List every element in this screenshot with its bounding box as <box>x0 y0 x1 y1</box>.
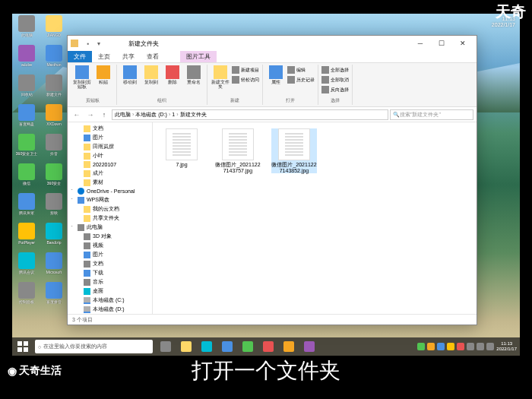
qat-btn[interactable]: ▪ <box>84 39 93 48</box>
desktop-icon[interactable]: 百度网盘 <box>14 104 40 133</box>
ribbon-button-small[interactable]: 轻松访问 <box>232 75 259 84</box>
nav-expand-icon[interactable]: ˅ <box>71 198 75 203</box>
ribbon-button[interactable]: 复制到剪贴板 <box>72 65 92 97</box>
desktop-icon[interactable]: 腾讯会议 <box>14 252 40 281</box>
taskbar-app-app5[interactable] <box>299 337 319 356</box>
close-button[interactable]: ✕ <box>452 36 473 50</box>
tab-file[interactable]: 文件 <box>68 51 92 62</box>
tray-icon-t4[interactable] <box>447 343 454 350</box>
nav-item[interactable]: 本地磁盘 (C:) <box>69 296 150 305</box>
desktop-icon[interactable]: 360安全 <box>41 163 67 192</box>
nav-up-button[interactable]: ↑ <box>98 109 110 121</box>
file-item[interactable]: 7.jpg <box>159 128 204 168</box>
desktop-icon[interactable]: Microsoft <box>41 252 67 281</box>
file-list-pane[interactable]: 7.jpg微信图片_20211227143757.jpg微信图片_2021122… <box>153 122 477 314</box>
taskbar-app-app2[interactable] <box>238 337 258 356</box>
taskbar-app-app4[interactable] <box>279 337 299 356</box>
nav-expand-icon[interactable]: ˅ <box>71 188 75 194</box>
desktop-icon[interactable]: adobe <box>14 45 40 74</box>
ribbon-button[interactable]: 移动到 <box>120 65 140 97</box>
tray-icon-t3[interactable] <box>437 343 445 350</box>
desktop-icon[interactable]: Maxthon <box>41 45 67 74</box>
title-bar[interactable]: ▪ ▾ 新建文件夹 ─ ☐ ✕ <box>68 36 477 51</box>
nav-back-button[interactable]: ← <box>71 109 83 121</box>
nav-item[interactable]: 20220107 <box>69 160 150 169</box>
breadcrumb-segment[interactable]: 1 <box>172 112 175 117</box>
ribbon-button[interactable]: 重命名 <box>184 65 204 97</box>
ribbon-button[interactable]: 属性 <box>266 65 286 97</box>
nav-item[interactable]: 桌面 <box>69 287 150 296</box>
desktop-icon[interactable]: 抖音 <box>41 134 67 163</box>
nav-item[interactable]: 田雨岚摆 <box>69 142 150 151</box>
desktop-icon[interactable]: 此电脑 <box>14 15 40 44</box>
start-button[interactable] <box>12 337 33 356</box>
ribbon-button[interactable]: 新建文件夹 <box>211 65 230 97</box>
file-item[interactable]: 微信图片_20211227143852.jpg <box>271 128 317 173</box>
search-input[interactable]: 🔍 搜索"新建文件夹" <box>390 109 473 120</box>
breadcrumb[interactable]: 此电脑›本地磁盘 (D:)›1›新建文件夹 <box>112 109 388 120</box>
taskbar-search[interactable]: ○ 在这里输入你要搜索的内容 <box>35 340 153 353</box>
nav-item[interactable]: ˅WPS网盘 <box>69 195 150 204</box>
tray-icon-t6[interactable] <box>467 343 474 350</box>
tab-home[interactable]: 主页 <box>92 51 116 62</box>
nav-item[interactable]: 成片 <box>69 169 150 178</box>
qat-btn[interactable]: ▾ <box>94 39 103 48</box>
taskbar-clock[interactable]: 11:132022/1/17 <box>496 341 517 351</box>
ribbon-button[interactable]: 复制到 <box>141 65 161 97</box>
tray-icon-t5[interactable] <box>457 343 464 350</box>
nav-forward-button[interactable]: → <box>84 109 97 121</box>
minimize-button[interactable]: ─ <box>410 36 431 50</box>
breadcrumb-segment[interactable]: 此电脑 <box>115 111 131 119</box>
nav-item[interactable]: 文档 <box>69 259 150 268</box>
ribbon-button[interactable]: 删除 <box>163 65 182 97</box>
tray-icon-sound[interactable] <box>486 343 494 350</box>
desktop-icon[interactable]: 360安全卫士 <box>14 134 40 163</box>
taskbar-app-task-view[interactable] <box>156 337 176 356</box>
nav-item[interactable]: 文档 <box>69 124 150 133</box>
desktop-icon[interactable]: 回收站 <box>14 74 40 103</box>
nav-item[interactable]: 音乐 <box>69 277 150 287</box>
ribbon-button[interactable]: 粘贴 <box>93 65 113 97</box>
nav-item[interactable]: 素材 <box>69 178 150 187</box>
maximize-button[interactable]: ☐ <box>431 36 452 50</box>
desktop-icon[interactable]: PotPlayer <box>14 223 40 252</box>
ribbon-button-small[interactable]: 新建项目 <box>232 65 259 74</box>
tab-view[interactable]: 查看 <box>141 51 165 62</box>
ribbon-button-small[interactable]: 历史记录 <box>287 75 315 84</box>
desktop-icon[interactable]: Bandizip <box>41 223 67 252</box>
nav-item[interactable]: 本地磁盘 (D:) <box>69 305 150 314</box>
breadcrumb-segment[interactable]: 新建文件夹 <box>180 111 207 119</box>
nav-item[interactable]: 3D 对象 <box>69 232 150 241</box>
navigation-pane[interactable]: 文档图片田雨岚摆小叶20220107成片素材˅OneDrive - Person… <box>68 122 153 314</box>
desktop-icon[interactable]: 新建文件 <box>41 74 67 103</box>
taskbar-app-edge[interactable] <box>197 337 217 356</box>
nav-item[interactable]: 小叶 <box>69 151 150 160</box>
ribbon-button-small[interactable]: 反向选择 <box>321 85 349 94</box>
ribbon-button-small[interactable]: 全部选择 <box>321 65 349 74</box>
nav-item[interactable]: 下载 <box>69 268 150 277</box>
tray-icon-t1[interactable] <box>417 343 425 350</box>
nav-item[interactable]: ˅OneDrive - Personal <box>69 187 150 195</box>
nav-item[interactable]: 我的云文档 <box>69 204 150 214</box>
ribbon-button-small[interactable]: 编辑 <box>287 65 315 74</box>
nav-expand-icon[interactable]: ˅ <box>71 225 75 230</box>
desktop-icon[interactable]: 百度拼音 <box>41 282 67 311</box>
desktop-icon[interactable]: 控制面板 <box>14 282 40 311</box>
ribbon-button-small[interactable]: 全部取消 <box>321 75 349 84</box>
breadcrumb-segment[interactable]: 本地磁盘 (D:) <box>135 111 167 119</box>
desktop-icon[interactable]: 腾讯管家 <box>14 193 40 222</box>
desktop-icon[interactable]: 微信 <box>14 163 40 192</box>
tab-share[interactable]: 共享 <box>116 51 141 62</box>
nav-item[interactable]: 视频 <box>69 241 150 250</box>
nav-item[interactable]: ˅此电脑 <box>69 223 150 232</box>
nav-item[interactable]: 图片 <box>69 133 150 142</box>
desktop-icon[interactable]: XXDown <box>41 104 67 133</box>
nav-item[interactable]: 图片 <box>69 250 150 259</box>
desktop-icon[interactable]: 剪映 <box>41 193 67 222</box>
tray-icon-t2[interactable] <box>427 343 435 350</box>
taskbar-app-explorer[interactable] <box>176 337 196 356</box>
file-item[interactable]: 微信图片_20211227143757.jpg <box>215 128 261 173</box>
nav-item[interactable]: 共享文件夹 <box>69 214 150 223</box>
desktop-icon[interactable]: JIANGD <box>41 15 67 44</box>
taskbar-app-app1[interactable] <box>217 337 237 356</box>
